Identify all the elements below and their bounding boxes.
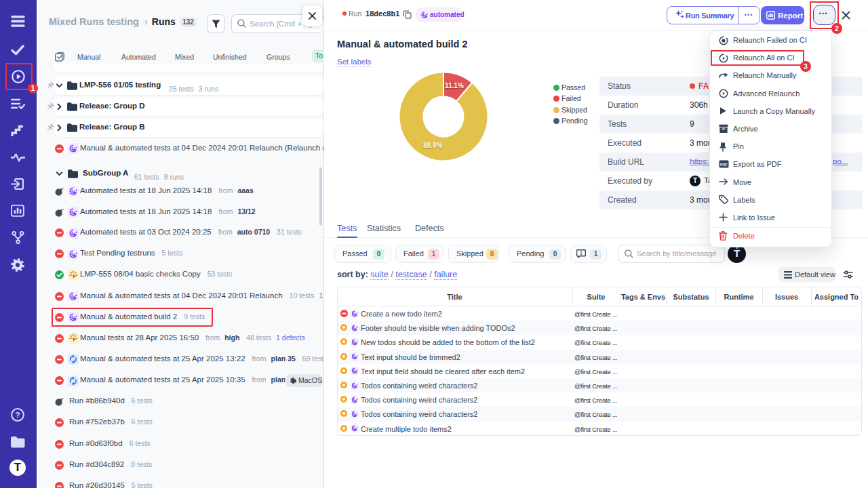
svg-text:PDF: PDF (720, 162, 728, 166)
svg-text:?: ? (15, 411, 20, 419)
